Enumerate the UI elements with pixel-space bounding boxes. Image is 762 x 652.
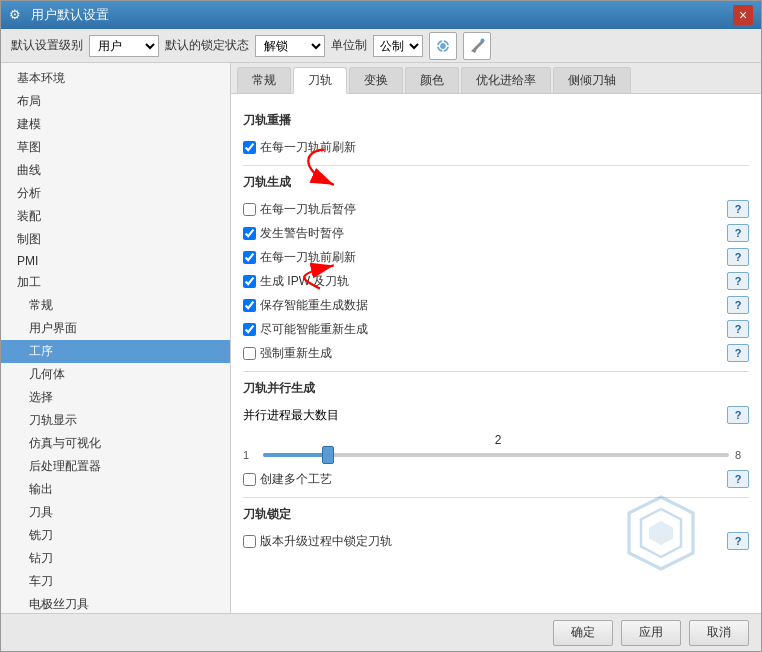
checkbox-pause-on-warning[interactable]: [243, 227, 256, 240]
confirm-button[interactable]: 确定: [553, 620, 613, 646]
tab-tilt-axis[interactable]: 侧倾刀轴: [553, 67, 631, 93]
tool-icon-1[interactable]: [429, 32, 457, 60]
sidebar-item-layout[interactable]: 布局: [1, 90, 230, 113]
checkbox-generate-ipw[interactable]: [243, 275, 256, 288]
help-btn-pause-after[interactable]: ?: [727, 200, 749, 218]
sidebar-item-turning[interactable]: 车刀: [1, 570, 230, 593]
footer: 确定 应用 取消: [1, 613, 761, 651]
slider-track[interactable]: [263, 453, 729, 457]
section-title-lock: 刀轨锁定: [243, 506, 749, 525]
slider-value: 2: [495, 433, 502, 447]
checkbox-refresh-before-replay[interactable]: [243, 141, 256, 154]
slider-section: 2 1 8: [243, 433, 749, 461]
sidebar-item-tool[interactable]: 刀具: [1, 501, 230, 524]
svg-point-6: [481, 38, 485, 42]
option-generate-ipw: 生成 IPW 及刀轨 ?: [243, 271, 749, 291]
help-btn-lock-upgrade[interactable]: ?: [727, 532, 749, 550]
sidebar-item-drilling[interactable]: 钻刀: [1, 547, 230, 570]
unit-label: 单位制: [331, 37, 367, 54]
sidebar-item-user-interface[interactable]: 用户界面: [1, 317, 230, 340]
sidebar-item-tool-display[interactable]: 刀轨显示: [1, 409, 230, 432]
lock-select[interactable]: 解锁 锁定: [255, 35, 325, 57]
svg-rect-5: [447, 45, 450, 47]
parallel-max-label-row: 并行进程最大数目 ?: [243, 405, 749, 425]
section-title-generation: 刀轨生成: [243, 174, 749, 193]
tab-general[interactable]: 常规: [237, 67, 291, 93]
option-create-multi-process: 创建多个工艺 ?: [243, 469, 749, 489]
slider-wrapper: 1 8: [243, 449, 749, 461]
window-title: 用户默认设置: [31, 6, 733, 24]
sidebar-item-output[interactable]: 输出: [1, 478, 230, 501]
option-save-smart-data: 保存智能重生成数据 ?: [243, 295, 749, 315]
tab-bar: 常规 刀轨 变换 颜色 优化进给率 侧倾刀轴: [231, 63, 761, 94]
checkbox-refresh-before-gen[interactable]: [243, 251, 256, 264]
section-title-replay: 刀轨重播: [243, 112, 749, 131]
main-window: ⚙ 用户默认设置 × 默认设置级别 用户 系统 全局 默认的锁定状态 解锁 锁定…: [0, 0, 762, 652]
help-btn-create-multi-process[interactable]: ?: [727, 470, 749, 488]
checkbox-create-multi-process[interactable]: [243, 473, 256, 486]
sidebar-item-general[interactable]: 常规: [1, 294, 230, 317]
sidebar-item-analysis[interactable]: 分析: [1, 182, 230, 205]
sidebar-item-geometry[interactable]: 几何体: [1, 363, 230, 386]
help-btn-refresh-before-gen[interactable]: ?: [727, 248, 749, 266]
apply-button[interactable]: 应用: [621, 620, 681, 646]
checkbox-lock-upgrade[interactable]: [243, 535, 256, 548]
lock-label: 默认的锁定状态: [165, 37, 249, 54]
svg-rect-2: [442, 39, 444, 42]
help-btn-save-smart-data[interactable]: ?: [727, 296, 749, 314]
option-lock-upgrade: 版本升级过程中锁定刀轨 ?: [243, 531, 749, 551]
cancel-button[interactable]: 取消: [689, 620, 749, 646]
sidebar-item-pmi[interactable]: PMI: [1, 251, 230, 271]
section-title-parallel: 刀轨并行生成: [243, 380, 749, 399]
svg-rect-3: [442, 50, 444, 53]
help-btn-parallel-max[interactable]: ?: [727, 406, 749, 424]
sidebar-item-edm[interactable]: 电极丝刀具: [1, 593, 230, 613]
tool-icon-2[interactable]: [463, 32, 491, 60]
toolbar: 默认设置级别 用户 系统 全局 默认的锁定状态 解锁 锁定 单位制 公制 英制: [1, 29, 761, 63]
tab-toolpath[interactable]: 刀轨: [293, 67, 347, 94]
checkbox-force-regen[interactable]: [243, 347, 256, 360]
option-force-regen: 强制重新生成 ?: [243, 343, 749, 363]
help-btn-generate-ipw[interactable]: ?: [727, 272, 749, 290]
slider-max: 8: [735, 449, 749, 461]
checkbox-pause-after[interactable]: [243, 203, 256, 216]
option-smart-regen: 尽可能智能重新生成 ?: [243, 319, 749, 339]
tab-color[interactable]: 颜色: [405, 67, 459, 93]
sidebar-item-base-env[interactable]: 基本环境: [1, 67, 230, 90]
option-pause-after: 在每一刀轨后暂停 ?: [243, 199, 749, 219]
sidebar-item-machining[interactable]: 加工: [1, 271, 230, 294]
unit-select[interactable]: 公制 英制: [373, 35, 423, 57]
slider-fill: [263, 453, 328, 457]
sidebar-item-milling[interactable]: 铣刀: [1, 524, 230, 547]
sidebar-item-simulation[interactable]: 仿真与可视化: [1, 432, 230, 455]
checkbox-save-smart-data[interactable]: [243, 299, 256, 312]
sidebar-item-drafting[interactable]: 草图: [1, 136, 230, 159]
content-area: 常规 刀轨 变换 颜色 优化进给率 侧倾刀轴 刀轨重播 在每一刀轨前刷新: [231, 63, 761, 613]
sidebar-item-modeling[interactable]: 建模: [1, 113, 230, 136]
close-button[interactable]: ×: [733, 5, 753, 25]
slider-thumb[interactable]: [322, 446, 334, 464]
checkbox-smart-regen[interactable]: [243, 323, 256, 336]
help-btn-force-regen[interactable]: ?: [727, 344, 749, 362]
sidebar-item-postprocessor[interactable]: 后处理配置器: [1, 455, 230, 478]
tab-transform[interactable]: 变换: [349, 67, 403, 93]
help-btn-smart-regen[interactable]: ?: [727, 320, 749, 338]
option-pause-on-warning: 发生警告时暂停 ?: [243, 223, 749, 243]
title-icon: ⚙: [9, 7, 25, 23]
title-bar: ⚙ 用户默认设置 ×: [1, 1, 761, 29]
sidebar-item-select[interactable]: 选择: [1, 386, 230, 409]
level-select[interactable]: 用户 系统 全局: [89, 35, 159, 57]
sidebar-item-curve[interactable]: 曲线: [1, 159, 230, 182]
tab-optimize-feedrate[interactable]: 优化进给率: [461, 67, 551, 93]
help-btn-pause-on-warning[interactable]: ?: [727, 224, 749, 242]
sidebar-item-process[interactable]: 工序: [1, 340, 230, 363]
sidebar-item-assembly[interactable]: 装配: [1, 205, 230, 228]
sidebar-item-drawing[interactable]: 制图: [1, 228, 230, 251]
sidebar: 基本环境 布局 建模 草图 曲线 分析 装配 制图 PMI 加工 常规 用户界面…: [1, 63, 231, 613]
panel-content: 刀轨重播 在每一刀轨前刷新 刀轨生成 在每一刀轨后暂停 ?: [231, 94, 761, 613]
svg-rect-4: [436, 45, 439, 47]
option-refresh-before-gen: 在每一刀轨前刷新 ?: [243, 247, 749, 267]
main-area: 基本环境 布局 建模 草图 曲线 分析 装配 制图 PMI 加工 常规 用户界面…: [1, 63, 761, 613]
option-refresh-before-replay: 在每一刀轨前刷新: [243, 137, 749, 157]
level-label: 默认设置级别: [11, 37, 83, 54]
